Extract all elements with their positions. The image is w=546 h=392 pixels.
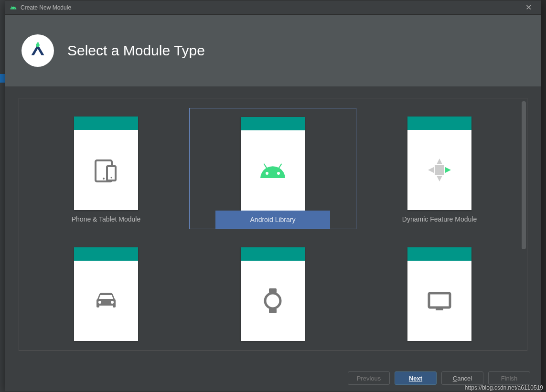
svg-point-18	[265, 293, 280, 308]
svg-marker-10	[445, 167, 451, 173]
create-module-dialog: Create New Module ✕ Select a Module Type	[5, 0, 541, 392]
phone-tablet-icon	[74, 130, 138, 210]
module-option-label: Dynamic Feature Module	[382, 210, 497, 228]
module-option-tv[interactable]	[356, 229, 523, 341]
module-option-wear[interactable]	[189, 229, 356, 341]
finish-button[interactable]: Finish	[488, 371, 530, 385]
close-button[interactable]: ✕	[519, 3, 538, 12]
car-icon	[74, 261, 138, 341]
svg-marker-9	[428, 167, 434, 173]
module-option-android-library[interactable]: Android Library	[189, 98, 356, 229]
previous-button[interactable]: Previous	[348, 371, 390, 385]
svg-marker-8	[437, 176, 442, 181]
android-library-icon	[241, 130, 305, 211]
dialog-footer: Previous Next Cancel Finish	[5, 365, 541, 392]
module-option-automotive[interactable]	[23, 229, 189, 341]
background-selection	[0, 74, 5, 83]
svg-rect-1	[37, 42, 39, 45]
module-scroll-area: Phone & Tablet Module	[19, 98, 527, 351]
content-area: Phone & Tablet Module	[5, 86, 541, 365]
svg-marker-7	[437, 159, 442, 164]
watch-icon	[241, 261, 305, 341]
module-option-phone-tablet[interactable]: Phone & Tablet Module	[23, 98, 189, 229]
titlebar: Create New Module ✕	[5, 0, 541, 15]
window-title: Create New Module	[21, 4, 71, 11]
cancel-button[interactable]: Cancel	[441, 371, 483, 385]
module-option-dynamic-feature[interactable]: Dynamic Feature Module	[356, 98, 523, 229]
dialog-header: Select a Module Type	[5, 15, 541, 86]
svg-point-5	[111, 177, 112, 179]
svg-point-4	[103, 178, 105, 180]
page-title: Select a Module Type	[67, 42, 205, 59]
dynamic-feature-icon	[407, 130, 471, 210]
next-button[interactable]: Next	[395, 371, 437, 385]
tv-icon	[407, 261, 471, 341]
android-icon	[10, 4, 17, 11]
module-option-label: Phone & Tablet Module	[49, 210, 163, 228]
module-option-label: Android Library	[215, 211, 330, 229]
svg-rect-19	[429, 293, 450, 307]
android-studio-logo	[21, 34, 54, 67]
svg-rect-20	[436, 308, 443, 310]
scrollbar-thumb[interactable]	[522, 101, 526, 249]
background-strip	[0, 0, 5, 392]
svg-rect-6	[435, 165, 444, 175]
